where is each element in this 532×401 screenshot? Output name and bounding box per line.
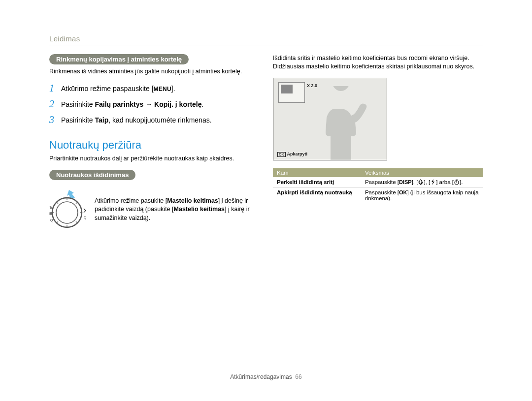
flash-icon (430, 179, 436, 185)
intro-text: Rinkmenas iš vidinės atminties jūs galit… (49, 67, 259, 76)
footer-section: Atkūrimas/redagavimas (230, 373, 292, 380)
row1-sep1: ], [ (412, 179, 418, 185)
svg-point-1 (56, 202, 78, 223)
ok-key: OK (399, 189, 407, 195)
ok-crop-label: Apkarpyti (287, 152, 308, 156)
zoom-factor-label: X 2.0 (307, 83, 317, 88)
arrow: → (143, 100, 154, 108)
row1-veiksmas: Paspauskite [DISP], [], [] arba []. (361, 177, 483, 187)
step-3-pre: Pasirinkite (61, 116, 95, 124)
section-title: Nuotraukų peržiūra (49, 139, 259, 152)
zoom-minimap (278, 82, 305, 103)
row1-sep2: ], [ (424, 179, 430, 185)
page-number: 66 (295, 373, 301, 380)
step-2: 2 Pasirinkite Failų parinktys → Kopij. į… (49, 98, 259, 109)
disp-key: DISP (399, 179, 412, 185)
row2-kam: Apkirpti išdidintą nuotrauką (273, 187, 361, 203)
macro-icon (418, 179, 424, 185)
step-2-pre: Pasirinkite (61, 100, 95, 108)
timer-icon (454, 179, 460, 185)
svg-text:▦: ▦ (49, 212, 53, 215)
th-kam: Kam (273, 168, 361, 177)
dial-row: 🗑 ▦ Q Q Atkūrimo režime pasukite [Mastel… (49, 190, 259, 229)
step-number: 1 (49, 83, 61, 93)
breadcrumb: Leidimas (49, 34, 483, 45)
table-row: Apkirpti išdidintą nuotrauką Paspauskite… (273, 187, 483, 203)
table-row: Perkelti išdidintą sritį Paspauskite [DI… (273, 177, 483, 187)
step-number: 2 (49, 98, 61, 109)
row1-kam: Perkelti išdidintą sritį (273, 177, 361, 187)
svg-text:Q: Q (50, 218, 53, 222)
th-veiksmas: Veiksmas (361, 168, 483, 177)
svg-text:Q: Q (84, 216, 87, 219)
svg-text:🗑: 🗑 (49, 206, 52, 209)
row2-pre: Paspauskite [ (365, 189, 399, 195)
dial-instruction: Atkūrimo režime pasukite [Mastelio keiti… (95, 197, 259, 223)
left-column: Rinkmenų kopijavimas į atminties kortelę… (49, 54, 259, 229)
actions-table: Kam Veiksmas Perkelti išdidintą sritį Pa… (273, 168, 483, 203)
dial-b2: Mastelio keitimas (174, 206, 225, 213)
menu-button-label: MENU (154, 86, 171, 93)
dial-pre: Atkūrimo režime pasukite [ (95, 197, 167, 204)
step-3: 3 Pasirinkite Taip, kad nukopijuotumėte … (49, 114, 259, 125)
ok-crop-hint: OKApkarpyti (277, 152, 307, 157)
step-1-text-pre: Atkūrimo režime paspauskite [ (61, 85, 154, 93)
section-lead: Priartinkite nuotraukos dalį ar peržiūrė… (49, 154, 259, 163)
step-number: 3 (49, 114, 61, 125)
step-3-option: Taip (95, 116, 108, 124)
dial-b1: Mastelio keitimas (167, 197, 218, 204)
ok-key-icon: OK (277, 152, 286, 157)
step-2-option: Failų parinktys (95, 100, 143, 108)
row1-or: ] arba [ (436, 179, 454, 185)
step-2-post: . (202, 100, 204, 108)
pill-enlarge-photo: Nuotraukos išdidinimas (49, 170, 135, 180)
pill-copy-to-card: Rinkmenų kopijavimas į atminties kortelę (49, 54, 189, 64)
step-2-target: Kopij. į kortelę (154, 100, 201, 108)
row1-post: ]. (460, 179, 463, 185)
right-lead: Išdidinta sritis ir mastelio keitimo koe… (273, 54, 483, 71)
child-silhouette-icon (309, 86, 373, 160)
zoom-dial-icon: 🗑 ▦ Q Q (49, 190, 88, 229)
lcd-preview: X 2.0 OKApkarpyti (273, 78, 387, 160)
step-1: 1 Atkūrimo režime paspauskite [MENU]. (49, 83, 259, 93)
step-1-text-post: ]. (171, 85, 175, 93)
zoom-highlight-region (281, 85, 293, 93)
right-column: Išdidinta sritis ir mastelio keitimo koe… (273, 54, 483, 229)
row1-pre: Paspauskite [ (365, 179, 399, 185)
step-3-post: , kad nukopijuotumėte rinkmenas. (108, 116, 211, 124)
row2-veiksmas: Paspauskite [OK] (ji bus išsaugota kaip … (361, 187, 483, 203)
table-header-row: Kam Veiksmas (273, 168, 483, 177)
steps-list: 1 Atkūrimo režime paspauskite [MENU]. 2 … (49, 83, 259, 125)
page-footer: Atkūrimas/redagavimas 66 (0, 373, 532, 380)
